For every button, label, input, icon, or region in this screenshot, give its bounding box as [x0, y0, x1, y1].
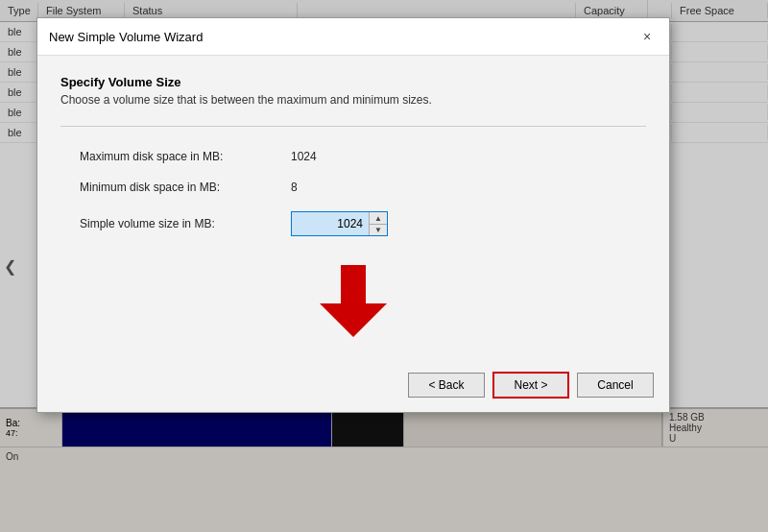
max-disk-space-row: Maximum disk space in MB: 1024 — [80, 150, 627, 163]
svg-marker-1 — [320, 303, 387, 337]
form-area: Maximum disk space in MB: 1024 Minimum d… — [60, 150, 646, 236]
dialog-body: Specify Volume Size Choose a volume size… — [37, 56, 669, 362]
dialog-titlebar: New Simple Volume Wizard × — [37, 18, 669, 56]
dialog-footer: < Back Next > Cancel — [37, 362, 669, 412]
section-divider — [60, 126, 646, 127]
cancel-button[interactable]: Cancel — [577, 373, 654, 398]
new-simple-volume-wizard-dialog: New Simple Volume Wizard × Specify Volum… — [36, 17, 670, 413]
spinbox-up-button[interactable]: ▲ — [370, 212, 387, 224]
max-disk-space-value: 1024 — [291, 150, 317, 163]
dialog-section-desc: Choose a volume size that is between the… — [60, 93, 646, 107]
max-disk-space-label: Maximum disk space in MB: — [80, 150, 291, 163]
next-button[interactable]: Next > — [492, 372, 569, 399]
dialog-title: New Simple Volume Wizard — [49, 30, 203, 44]
spinbox-down-button[interactable]: ▼ — [370, 224, 387, 235]
volume-size-row: Simple volume size in MB: ▲ ▼ — [80, 211, 627, 236]
next-arrow-icon — [320, 265, 387, 337]
volume-size-input[interactable] — [292, 212, 369, 235]
spinbox-buttons: ▲ ▼ — [369, 212, 387, 235]
dialog-section-title: Specify Volume Size — [60, 75, 646, 89]
back-button[interactable]: < Back — [408, 373, 485, 398]
min-disk-space-label: Minimum disk space in MB: — [80, 181, 291, 194]
min-disk-space-value: 8 — [291, 181, 298, 194]
volume-size-label: Simple volume size in MB: — [80, 217, 291, 230]
dialog-close-button[interactable]: × — [636, 26, 658, 47]
volume-size-spinbox[interactable]: ▲ ▼ — [291, 211, 388, 236]
arrow-container — [60, 265, 646, 337]
svg-rect-0 — [341, 265, 366, 307]
min-disk-space-row: Minimum disk space in MB: 8 — [80, 181, 627, 194]
